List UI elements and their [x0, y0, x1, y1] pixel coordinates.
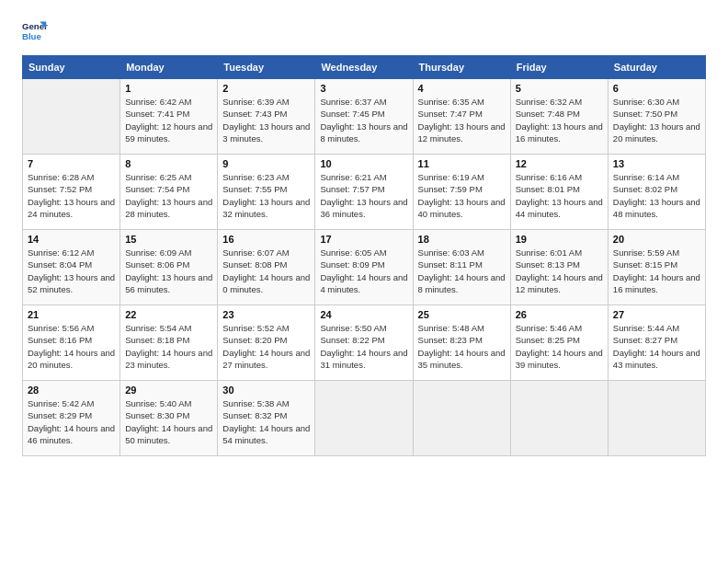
calendar-cell: [23, 79, 120, 155]
calendar-cell: 30Sunrise: 5:38 AMSunset: 8:32 PMDayligh…: [218, 381, 315, 456]
calendar-week-row: 1Sunrise: 6:42 AMSunset: 7:41 PMDaylight…: [23, 79, 706, 155]
calendar-cell: [315, 381, 413, 456]
calendar-cell: 22Sunrise: 5:54 AMSunset: 8:18 PMDayligh…: [120, 305, 218, 381]
day-detail: Sunrise: 5:40 AMSunset: 8:30 PMDaylight:…: [125, 397, 212, 446]
day-number: 26: [516, 309, 603, 320]
calendar-cell: 26Sunrise: 5:46 AMSunset: 8:25 PMDayligh…: [510, 305, 608, 381]
day-number: 5: [516, 83, 603, 94]
day-detail: Sunrise: 6:37 AMSunset: 7:45 PMDaylight:…: [320, 96, 407, 144]
col-header-saturday: Saturday: [608, 56, 705, 79]
calendar-cell: 11Sunrise: 6:19 AMSunset: 7:59 PMDayligh…: [413, 155, 510, 230]
day-number: 23: [222, 309, 310, 320]
col-header-friday: Friday: [510, 56, 608, 79]
day-number: 8: [125, 158, 212, 169]
calendar-cell: [510, 381, 608, 456]
day-number: 2: [222, 83, 310, 94]
logo: General Blue: [22, 18, 51, 44]
calendar-cell: 28Sunrise: 5:42 AMSunset: 8:29 PMDayligh…: [23, 381, 120, 456]
day-detail: Sunrise: 5:52 AMSunset: 8:20 PMDaylight:…: [222, 322, 310, 371]
day-detail: Sunrise: 5:48 AMSunset: 8:23 PMDaylight:…: [418, 322, 506, 371]
day-detail: Sunrise: 6:12 AMSunset: 8:04 PMDaylight:…: [28, 247, 115, 295]
col-header-sunday: Sunday: [23, 56, 120, 79]
day-number: 11: [418, 158, 506, 169]
calendar-header-row: SundayMondayTuesdayWednesdayThursdayFrid…: [23, 56, 706, 79]
day-number: 18: [418, 234, 506, 245]
day-number: 25: [418, 309, 506, 320]
calendar-cell: 9Sunrise: 6:23 AMSunset: 7:55 PMDaylight…: [218, 155, 315, 230]
day-number: 27: [613, 309, 700, 320]
day-detail: Sunrise: 5:54 AMSunset: 8:18 PMDaylight:…: [125, 322, 212, 371]
day-number: 6: [613, 83, 700, 94]
calendar-cell: 29Sunrise: 5:40 AMSunset: 8:30 PMDayligh…: [120, 381, 218, 456]
calendar-week-row: 14Sunrise: 6:12 AMSunset: 8:04 PMDayligh…: [23, 230, 706, 305]
calendar-cell: 23Sunrise: 5:52 AMSunset: 8:20 PMDayligh…: [218, 305, 315, 381]
day-number: 16: [222, 234, 310, 245]
calendar-cell: 20Sunrise: 5:59 AMSunset: 8:15 PMDayligh…: [608, 230, 705, 305]
day-number: 3: [320, 83, 407, 94]
day-number: 30: [222, 385, 310, 396]
day-detail: Sunrise: 6:42 AMSunset: 7:41 PMDaylight:…: [125, 96, 212, 144]
calendar-cell: 17Sunrise: 6:05 AMSunset: 8:09 PMDayligh…: [315, 230, 413, 305]
calendar-week-row: 7Sunrise: 6:28 AMSunset: 7:52 PMDaylight…: [23, 155, 706, 230]
day-detail: Sunrise: 6:03 AMSunset: 8:11 PMDaylight:…: [418, 247, 506, 295]
calendar-cell: 3Sunrise: 6:37 AMSunset: 7:45 PMDaylight…: [315, 79, 413, 155]
day-number: 14: [28, 234, 115, 245]
svg-text:Blue: Blue: [22, 31, 41, 41]
day-number: 28: [28, 385, 115, 396]
day-number: 29: [125, 385, 212, 396]
day-detail: Sunrise: 6:05 AMSunset: 8:09 PMDaylight:…: [320, 247, 407, 295]
day-detail: Sunrise: 6:09 AMSunset: 8:06 PMDaylight:…: [125, 247, 212, 295]
day-number: 19: [516, 234, 603, 245]
calendar-cell: 4Sunrise: 6:35 AMSunset: 7:47 PMDaylight…: [413, 79, 510, 155]
calendar-cell: 25Sunrise: 5:48 AMSunset: 8:23 PMDayligh…: [413, 305, 510, 381]
day-detail: Sunrise: 6:28 AMSunset: 7:52 PMDaylight:…: [28, 171, 115, 220]
calendar-cell: 14Sunrise: 6:12 AMSunset: 8:04 PMDayligh…: [23, 230, 120, 305]
day-detail: Sunrise: 6:30 AMSunset: 7:50 PMDaylight:…: [613, 96, 700, 144]
day-number: 13: [613, 158, 700, 169]
calendar-week-row: 21Sunrise: 5:56 AMSunset: 8:16 PMDayligh…: [23, 305, 706, 381]
calendar-cell: 19Sunrise: 6:01 AMSunset: 8:13 PMDayligh…: [510, 230, 608, 305]
day-detail: Sunrise: 5:42 AMSunset: 8:29 PMDaylight:…: [28, 397, 115, 446]
day-detail: Sunrise: 5:59 AMSunset: 8:15 PMDaylight:…: [613, 247, 700, 295]
day-number: 20: [613, 234, 700, 245]
calendar-cell: 12Sunrise: 6:16 AMSunset: 8:01 PMDayligh…: [510, 155, 608, 230]
day-detail: Sunrise: 6:32 AMSunset: 7:48 PMDaylight:…: [516, 96, 603, 144]
calendar-cell: 2Sunrise: 6:39 AMSunset: 7:43 PMDaylight…: [218, 79, 315, 155]
day-number: 21: [28, 309, 115, 320]
day-detail: Sunrise: 5:50 AMSunset: 8:22 PMDaylight:…: [320, 322, 407, 371]
calendar-cell: 18Sunrise: 6:03 AMSunset: 8:11 PMDayligh…: [413, 230, 510, 305]
day-number: 4: [418, 83, 506, 94]
calendar-cell: [413, 381, 510, 456]
calendar-cell: 24Sunrise: 5:50 AMSunset: 8:22 PMDayligh…: [315, 305, 413, 381]
calendar-cell: 10Sunrise: 6:21 AMSunset: 7:57 PMDayligh…: [315, 155, 413, 230]
calendar-cell: 1Sunrise: 6:42 AMSunset: 7:41 PMDaylight…: [120, 79, 218, 155]
day-detail: Sunrise: 6:25 AMSunset: 7:54 PMDaylight:…: [125, 171, 212, 220]
header-row: General Blue: [22, 18, 706, 44]
day-number: 7: [28, 158, 115, 169]
day-detail: Sunrise: 6:14 AMSunset: 8:02 PMDaylight:…: [613, 171, 700, 220]
col-header-thursday: Thursday: [413, 56, 510, 79]
calendar-cell: 13Sunrise: 6:14 AMSunset: 8:02 PMDayligh…: [608, 155, 705, 230]
day-number: 12: [516, 158, 603, 169]
day-detail: Sunrise: 6:01 AMSunset: 8:13 PMDaylight:…: [516, 247, 603, 295]
calendar-week-row: 28Sunrise: 5:42 AMSunset: 8:29 PMDayligh…: [23, 381, 706, 456]
calendar-cell: 16Sunrise: 6:07 AMSunset: 8:08 PMDayligh…: [218, 230, 315, 305]
day-detail: Sunrise: 5:38 AMSunset: 8:32 PMDaylight:…: [222, 397, 310, 446]
logo-icon: General Blue: [22, 18, 48, 44]
day-number: 15: [125, 234, 212, 245]
calendar-cell: 6Sunrise: 6:30 AMSunset: 7:50 PMDaylight…: [608, 79, 705, 155]
day-number: 17: [320, 234, 407, 245]
day-detail: Sunrise: 6:23 AMSunset: 7:55 PMDaylight:…: [222, 171, 310, 220]
day-number: 22: [125, 309, 212, 320]
calendar-cell: 5Sunrise: 6:32 AMSunset: 7:48 PMDaylight…: [510, 79, 608, 155]
day-detail: Sunrise: 6:35 AMSunset: 7:47 PMDaylight:…: [418, 96, 506, 144]
day-detail: Sunrise: 5:46 AMSunset: 8:25 PMDaylight:…: [516, 322, 603, 371]
day-number: 10: [320, 158, 407, 169]
calendar-table: SundayMondayTuesdayWednesdayThursdayFrid…: [22, 55, 706, 456]
calendar-cell: 7Sunrise: 6:28 AMSunset: 7:52 PMDaylight…: [23, 155, 120, 230]
col-header-wednesday: Wednesday: [315, 56, 413, 79]
day-number: 9: [222, 158, 310, 169]
day-detail: Sunrise: 5:44 AMSunset: 8:27 PMDaylight:…: [613, 322, 700, 371]
day-number: 1: [125, 83, 212, 94]
calendar-cell: [608, 381, 705, 456]
